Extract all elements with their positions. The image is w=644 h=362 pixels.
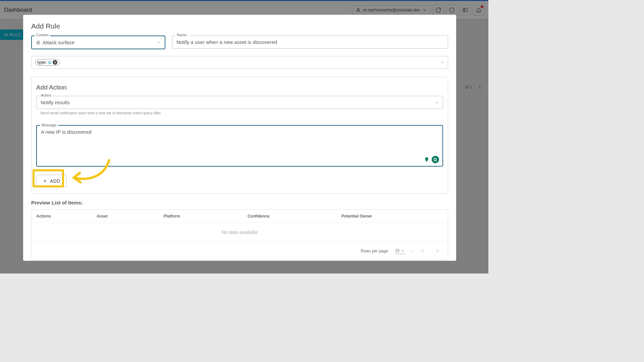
th-asset: Asset bbox=[97, 214, 164, 219]
table-empty-state: No data available bbox=[32, 223, 448, 242]
rows-per-page-label: Rows per page: bbox=[361, 249, 389, 253]
filter-tags-input[interactable]: type:ip ✕ bbox=[31, 56, 448, 69]
th-owner: Potential Owner bbox=[341, 214, 443, 219]
pagination-range: - bbox=[411, 249, 412, 253]
target-icon bbox=[36, 40, 41, 45]
th-platform: Platform bbox=[164, 214, 248, 219]
svg-point-5 bbox=[38, 42, 38, 43]
dropdown-arrow-icon bbox=[435, 101, 439, 105]
remove-tag-icon[interactable]: ✕ bbox=[53, 60, 57, 65]
message-textarea[interactable]: Message A new IP is discovered G bbox=[36, 125, 443, 167]
context-select[interactable]: Attack surface bbox=[31, 36, 165, 49]
preview-title: Preview List of Items: bbox=[31, 200, 448, 205]
dropdown-arrow-icon bbox=[440, 60, 444, 64]
add-action-button[interactable]: ADD bbox=[36, 175, 67, 187]
preview-table: Actions Asset Platform Confidence Potent… bbox=[31, 209, 448, 260]
lightbulb-icon[interactable] bbox=[423, 156, 430, 163]
action-help-text: Send email notification each time a new … bbox=[40, 111, 443, 115]
context-value: Attack surface bbox=[43, 40, 155, 45]
dropdown-arrow-icon bbox=[157, 41, 161, 45]
next-page-button[interactable] bbox=[433, 247, 442, 255]
rows-per-page-select[interactable]: 15 bbox=[395, 248, 405, 254]
plus-icon bbox=[43, 179, 47, 183]
filter-tag: type:ip ✕ bbox=[35, 59, 60, 66]
action-select[interactable]: Notify results bbox=[36, 96, 443, 109]
prev-page-button[interactable] bbox=[418, 247, 427, 255]
add-action-section: Add Action Action Notify results Send em… bbox=[31, 77, 448, 194]
grammarly-icon[interactable]: G bbox=[432, 156, 439, 163]
name-input[interactable]: Notify a user when a new asset is discov… bbox=[172, 36, 448, 49]
action-section-title: Add Action bbox=[36, 84, 443, 91]
modal-title: Add Rule bbox=[31, 22, 448, 30]
th-confidence: Confidence bbox=[248, 214, 341, 219]
th-actions: Actions bbox=[36, 214, 97, 219]
context-label: Context bbox=[35, 33, 50, 37]
message-label: Message bbox=[40, 123, 58, 127]
name-label: Name bbox=[175, 33, 188, 37]
add-rule-modal: Add Rule Context Attack surface Name Not… bbox=[23, 15, 456, 261]
